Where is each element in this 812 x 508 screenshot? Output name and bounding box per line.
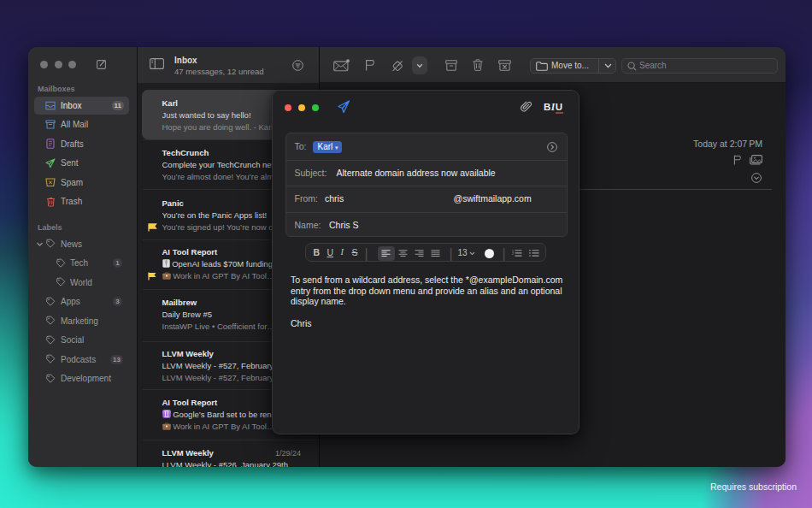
svg-text:2: 2	[512, 252, 514, 256]
